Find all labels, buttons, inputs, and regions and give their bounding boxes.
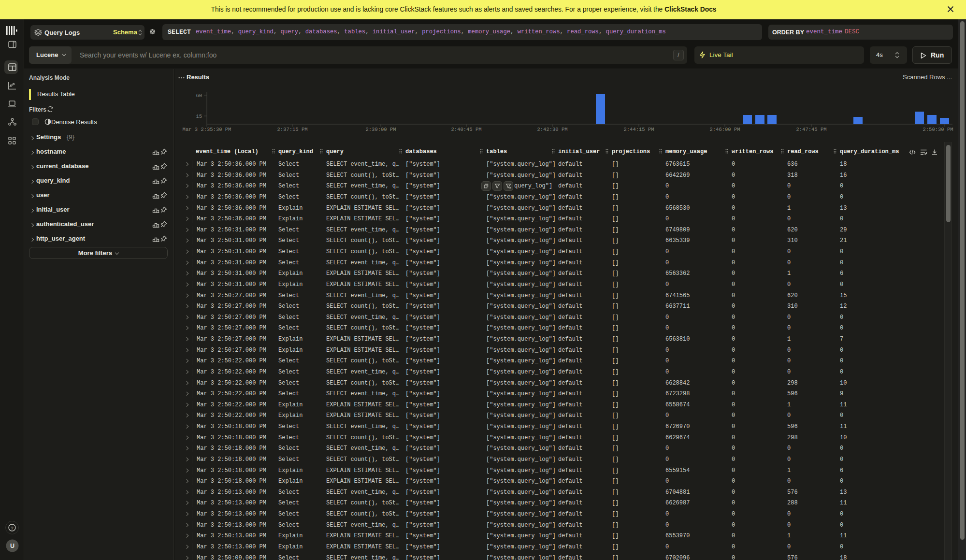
- svg-text:2:47:45 PM: 2:47:45 PM: [796, 127, 826, 132]
- svg-text:?: ?: [11, 525, 13, 531]
- svg-text:U: U: [10, 543, 14, 549]
- svg-text:2:42:30 PM: 2:42:30 PM: [537, 127, 567, 132]
- svg-text:Mar 3 2:35:30 PM: Mar 3 2:35:30 PM: [183, 127, 231, 132]
- svg-text:2:39:00 PM: 2:39:00 PM: [365, 127, 396, 132]
- svg-text:2:40:45 PM: 2:40:45 PM: [451, 127, 481, 132]
- svg-text:2:44:15 PM: 2:44:15 PM: [623, 127, 654, 132]
- svg-text:2:50:30 PM: 2:50:30 PM: [923, 127, 953, 132]
- svg-text:15: 15: [196, 114, 202, 119]
- svg-text:2:37:15 PM: 2:37:15 PM: [277, 127, 307, 132]
- svg-text:60: 60: [196, 93, 202, 99]
- svg-text:2:46:00 PM: 2:46:00 PM: [709, 127, 740, 132]
